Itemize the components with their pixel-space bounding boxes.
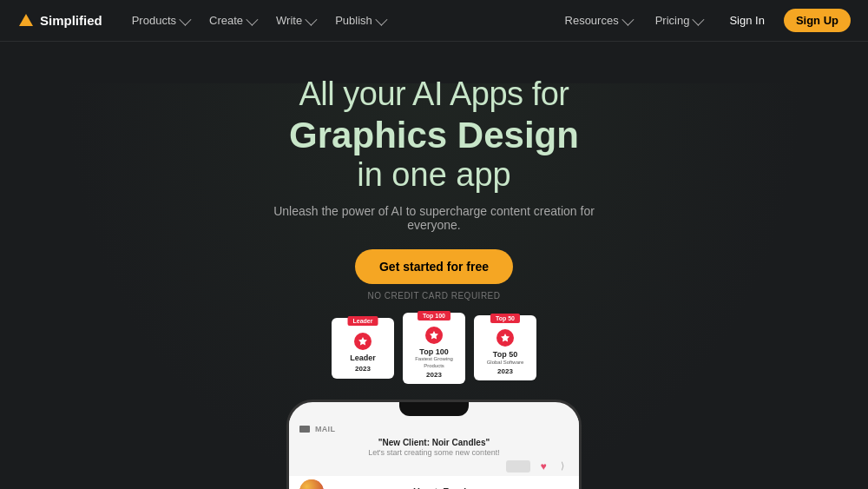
mail-subject: "New Client: Noir Candles" [289, 437, 579, 448]
nav-item-create[interactable]: Create [201, 9, 264, 32]
chevron-down-icon [246, 13, 258, 25]
nav-item-pricing[interactable]: Pricing [647, 9, 711, 32]
sign-up-button[interactable]: Sign Up [784, 9, 851, 32]
nav-item-write[interactable]: Write [267, 9, 323, 32]
social-row: ♥ ⟩ [289, 457, 579, 476]
navbar: Simplified Products Create Write Publish… [0, 0, 868, 42]
badge-subtitle: Fastest Growing Products [411, 356, 457, 368]
badge-top50: Top 50 Top 50 Global Software 2023 [474, 315, 536, 380]
cta-button[interactable]: Get started for free [355, 249, 513, 284]
hero-section: All your AI Apps for Graphics Design in … [0, 42, 868, 489]
chevron-down-icon [375, 13, 387, 25]
navbar-left: Simplified Products Create Write Publish [17, 9, 393, 32]
badges-row: Leader Leader 2023 Top 100 Top 100 Faste… [332, 313, 536, 384]
logo[interactable]: Simplified [17, 12, 102, 30]
badge-year: 2023 [355, 365, 371, 373]
badge-icon-leader [354, 333, 372, 350]
badge-ribbon: Top 100 [418, 311, 450, 320]
nav-item-products[interactable]: Products [123, 9, 197, 32]
logo-icon [17, 12, 35, 30]
phone-notch [399, 402, 469, 416]
mail-label: MAIL [315, 425, 335, 433]
mail-body: Let's start creating some new content! [289, 448, 579, 457]
mail-banner: MAIL [289, 418, 579, 437]
badge-year: 2023 [497, 367, 513, 375]
badge-ribbon: Leader [348, 316, 378, 326]
chevron-down-icon [621, 13, 634, 25]
nav-item-resources[interactable]: Resources [556, 9, 640, 32]
hero-subtitle: Unleash the power of AI to supercharge c… [269, 204, 599, 232]
no-credit-text: NO CREDIT CARD REQUIRED [368, 291, 501, 301]
navbar-right: Resources Pricing Sign In Sign Up [556, 9, 851, 32]
more-options-icon[interactable]: ··· [556, 485, 569, 489]
badge-title: Leader [350, 354, 376, 363]
badge-icon-top50 [496, 329, 514, 347]
mail-icon [299, 426, 310, 433]
badge-ribbon: Top 50 [490, 314, 520, 323]
social-action-btn1 [506, 460, 530, 472]
logo-text: Simplified [40, 13, 102, 28]
profile-row: HeartyFood ··· [289, 476, 579, 489]
svg-marker-0 [19, 14, 33, 26]
badge-year: 2023 [426, 371, 442, 379]
badge-top100: Top 100 Top 100 Fastest Growing Products… [403, 313, 465, 384]
hero-content: All your AI Apps for Graphics Design in … [0, 42, 868, 489]
phone-outer: MAIL "New Client: Noir Candles" Let's st… [286, 400, 582, 489]
chevron-down-icon [693, 13, 705, 25]
avatar-image [299, 479, 324, 489]
badge-icon-top100 [425, 327, 443, 344]
phone-mockup-section: MAIL "New Client: Noir Candles" Let's st… [286, 400, 582, 489]
avatar [299, 479, 324, 489]
heart-icon: ♥ [537, 460, 549, 472]
chevron-down-icon [179, 13, 191, 25]
nav-left-items: Products Create Write Publish [123, 9, 393, 32]
badge-title: Top 50 [493, 350, 517, 360]
hero-title: All your AI Apps for Graphics Design in … [289, 75, 579, 194]
share-icon: ⟩ [556, 460, 569, 472]
nav-item-publish[interactable]: Publish [326, 9, 393, 32]
badge-leader: Leader Leader 2023 [332, 318, 394, 379]
badge-title: Top 100 [419, 347, 448, 357]
sign-in-button[interactable]: Sign In [717, 9, 776, 32]
chevron-down-icon [305, 13, 317, 25]
badge-subtitle: Global Software [487, 360, 524, 366]
